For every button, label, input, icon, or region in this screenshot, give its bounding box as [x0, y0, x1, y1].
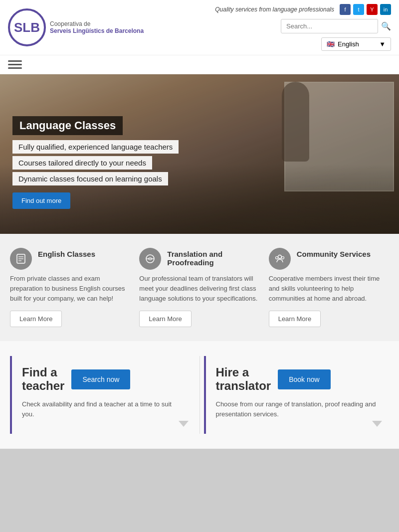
hire-translator-title: Hire a translator [216, 366, 271, 392]
logo-initials: SLB [14, 20, 40, 35]
logo-area: SLB Cooperativa de Serveis Lingüístics d… [8, 8, 144, 46]
services-section: English Classes From private classes and… [0, 234, 399, 341]
service-card-english: English Classes From private classes and… [10, 248, 130, 327]
hamburger-line3 [8, 67, 22, 69]
service-card-community: Community Services Cooperative members i… [269, 248, 389, 327]
english-classes-desc: From private classes and exam preparatio… [10, 274, 130, 304]
logo-sub1: Cooperativa de [50, 20, 144, 27]
cta-arrow-right1 [179, 421, 189, 427]
logo-sub2: Serveis Lingüístics de Barcelona [50, 27, 144, 34]
community-desc: Cooperative members invest their time an… [269, 274, 389, 304]
service-icon-row-english: English Classes [10, 248, 130, 270]
find-out-more-button[interactable]: Find out more [12, 192, 70, 209]
learn-more-translation-button[interactable]: Learn More [139, 311, 191, 327]
logo-circle[interactable]: SLB [8, 8, 46, 46]
book-now-button[interactable]: Book now [278, 369, 330, 389]
logo-text: Cooperativa de Serveis Lingüístics de Ba… [50, 20, 144, 34]
hero-subtitle2: Courses tailored directly to your needs [12, 156, 152, 170]
hero-section: Language Classes Fully qualified, experi… [0, 74, 399, 234]
cta-find-teacher: Find a teacher Search now Check availabi… [10, 356, 196, 434]
facebook-icon[interactable]: f [340, 4, 351, 15]
dropdown-arrow-icon: ▼ [379, 40, 386, 48]
hire-translator-desc: Choose from our range of translation, pr… [216, 399, 380, 419]
youtube-icon[interactable]: Y [367, 4, 378, 15]
cta-arrow-right2 [372, 421, 382, 427]
service-icon-row-community: Community Services [269, 248, 389, 270]
translation-title: Translation and Proofreading [167, 248, 259, 267]
quality-text: Quality services from language professio… [215, 6, 334, 13]
hamburger-line1 [8, 60, 22, 62]
learn-more-english-button[interactable]: Learn More [10, 311, 62, 327]
find-teacher-title: Find a teacher [22, 366, 64, 392]
header: SLB Cooperativa de Serveis Lingüístics d… [0, 0, 399, 55]
hero-title: Language Classes [12, 116, 123, 135]
community-icon [269, 248, 291, 270]
language-label: English [338, 40, 359, 48]
language-selector[interactable]: 🇬🇧 English ▼ [321, 37, 391, 51]
hero-content: Language Classes Fully qualified, experi… [12, 116, 179, 209]
cta-hire-translator: Hire a translator Book now Choose from o… [204, 356, 390, 434]
cta-find-teacher-header: Find a teacher Search now [22, 366, 186, 392]
service-icon-row-translation: Translation and Proofreading [139, 248, 259, 270]
svg-point-8 [281, 257, 284, 259]
translation-desc: Our professional team of translators wil… [139, 274, 259, 304]
english-classes-title: English Classes [38, 248, 95, 258]
find-teacher-desc: Check availability and find a teacher at… [22, 399, 186, 419]
linkedin-icon[interactable]: in [380, 4, 391, 15]
svg-point-6 [278, 255, 281, 259]
english-classes-icon [10, 248, 32, 270]
twitter-icon[interactable]: t [353, 4, 364, 15]
search-button[interactable]: 🔍 [381, 21, 391, 31]
search-row: 🔍 [281, 19, 391, 33]
learn-more-community-button[interactable]: Learn More [269, 311, 321, 327]
svg-point-7 [275, 257, 278, 259]
hamburger-menu[interactable] [8, 60, 22, 69]
hamburger-line2 [8, 64, 22, 65]
cta-divider [200, 356, 200, 434]
social-bar: Quality services from language professio… [215, 4, 391, 15]
header-right: Quality services from language professio… [215, 4, 391, 51]
cta-section: Find a teacher Search now Check availabi… [0, 341, 399, 449]
cta-hire-translator-header: Hire a translator Book now [216, 366, 380, 392]
search-now-button[interactable]: Search now [71, 369, 130, 389]
hero-subtitle3: Dynamic classes focused on learning goal… [12, 172, 168, 185]
hero-subtitle1: Fully qualified, experienced language te… [12, 140, 179, 154]
translation-icon [139, 248, 161, 270]
nav-bar [0, 55, 399, 74]
service-card-translation: Translation and Proofreading Our profess… [139, 248, 259, 327]
flag-icon: 🇬🇧 [327, 40, 335, 48]
search-input[interactable] [281, 19, 378, 33]
community-title: Community Services [297, 248, 371, 258]
